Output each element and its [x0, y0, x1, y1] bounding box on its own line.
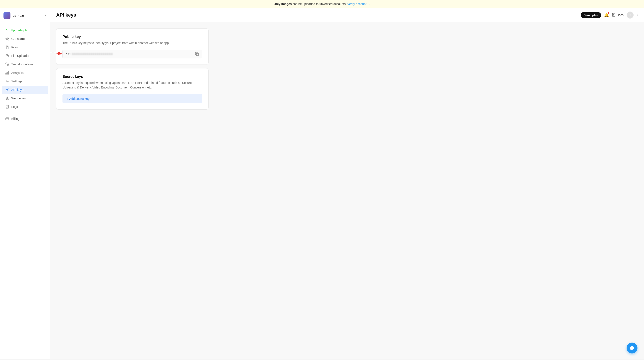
upload-circle-icon	[5, 54, 9, 58]
webhooks-icon	[5, 96, 9, 100]
svg-point-7	[7, 81, 8, 82]
sidebar-item-analytics[interactable]: Analytics	[2, 69, 48, 77]
api-keys-icon	[5, 88, 9, 92]
sidebar-divider	[4, 113, 46, 113]
public-key-blurred: ••••••••••••••••••••	[72, 52, 113, 56]
page-body: Public key The Public key helps to ident…	[50, 22, 644, 359]
main-header: API keys Demo plan 🔔 Docs T	[50, 8, 644, 22]
sidebar-project-name: uc-next	[13, 14, 43, 18]
file-icon	[5, 45, 9, 49]
sidebar-item-settings[interactable]: Settings	[2, 77, 48, 85]
main-content: API keys Demo plan 🔔 Docs T	[50, 8, 644, 359]
logs-icon	[5, 105, 9, 109]
transformations-icon	[5, 62, 9, 66]
sidebar-item-transformations[interactable]: Transformations	[2, 60, 48, 69]
public-key-row: dc1••••••••••••••••••••	[62, 50, 202, 58]
sidebar-item-logs[interactable]: Logs	[2, 103, 48, 111]
docs-link[interactable]: Docs	[612, 13, 624, 17]
docs-icon	[612, 13, 616, 17]
secret-keys-description: A Secret key is required when using Uplo…	[62, 81, 202, 90]
sidebar-item-label: Settings	[11, 80, 22, 83]
sidebar-item-files[interactable]: Files	[2, 43, 48, 52]
red-arrow-annotation	[50, 51, 65, 57]
header-chevron-icon[interactable]: ▾	[636, 14, 638, 17]
sidebar-item-billing[interactable]: Billing	[2, 115, 48, 123]
svg-rect-3	[8, 65, 9, 66]
notification-dot	[608, 12, 610, 14]
lightning-icon	[5, 28, 9, 32]
sidebar-item-get-started[interactable]: Get started	[2, 35, 48, 43]
svg-rect-14	[612, 13, 615, 16]
star-icon	[5, 37, 9, 41]
sidebar-item-label: API keys	[11, 88, 23, 92]
sidebar-item-label: Webhooks	[11, 97, 26, 100]
sidebar-item-label: Transformations	[11, 63, 33, 66]
notification-button[interactable]: 🔔	[604, 13, 609, 18]
bar-chart-icon	[5, 71, 9, 75]
billing-icon	[5, 117, 9, 121]
sidebar-item-upgrade[interactable]: Upgrade plan	[2, 26, 48, 35]
docs-label: Docs	[616, 13, 624, 17]
add-secret-key-button[interactable]: + Add secret key	[62, 94, 202, 103]
arrow-container: dc1••••••••••••••••••••	[62, 50, 202, 58]
svg-point-11	[7, 97, 8, 98]
sidebar-item-api-keys[interactable]: API keys	[2, 86, 48, 94]
sidebar-item-file-uploader[interactable]: File Uploader	[2, 52, 48, 60]
public-key-title: Public key	[62, 35, 202, 39]
banner-prefix: Only images	[274, 2, 292, 6]
svg-rect-4	[6, 73, 6, 74]
demo-plan-badge: Demo plan	[581, 12, 601, 18]
user-avatar[interactable]: T	[626, 12, 634, 19]
top-banner: Only images can be uploaded to unverifie…	[0, 0, 644, 8]
sidebar-nav: Upgrade plan Get started	[0, 23, 50, 359]
copy-public-key-button[interactable]	[195, 52, 199, 56]
svg-rect-2	[6, 63, 7, 64]
settings-icon	[5, 79, 9, 83]
secret-keys-card: Secret keys A Secret key is required whe…	[56, 68, 208, 110]
page-title: API keys	[56, 12, 76, 18]
sidebar-item-label: Get started	[11, 37, 26, 41]
chat-support-button[interactable]	[626, 342, 638, 353]
sidebar: uc-next ▾ Upgrade plan Ge	[0, 8, 50, 359]
public-key-value: dc1••••••••••••••••••••	[66, 52, 195, 56]
secret-keys-title: Secret keys	[62, 75, 202, 79]
svg-rect-13	[6, 118, 9, 120]
svg-point-8	[6, 89, 8, 91]
sidebar-logo	[4, 12, 10, 19]
svg-rect-16	[196, 53, 198, 56]
sidebar-item-label: Logs	[11, 105, 18, 109]
sidebar-header[interactable]: uc-next ▾	[0, 8, 50, 23]
verify-account-link[interactable]: Verify account →	[347, 2, 370, 6]
svg-rect-5	[7, 72, 8, 74]
public-key-description: The Public key helps to identify your pr…	[62, 41, 202, 45]
banner-text: can be uploaded to unverified accounts.	[292, 2, 347, 6]
upgrade-label: Upgrade plan	[11, 29, 29, 32]
sidebar-item-label: Files	[11, 46, 18, 49]
sidebar-item-label: File Uploader	[11, 54, 30, 58]
svg-marker-0	[6, 38, 9, 40]
sidebar-item-label: Analytics	[11, 71, 24, 75]
svg-rect-6	[8, 72, 8, 74]
header-actions: Demo plan 🔔 Docs T ▾	[581, 12, 638, 19]
sidebar-chevron-icon: ▾	[45, 14, 46, 17]
billing-label: Billing	[11, 117, 20, 121]
sidebar-item-webhooks[interactable]: Webhooks	[2, 94, 48, 102]
public-key-card: Public key The Public key helps to ident…	[56, 28, 208, 65]
